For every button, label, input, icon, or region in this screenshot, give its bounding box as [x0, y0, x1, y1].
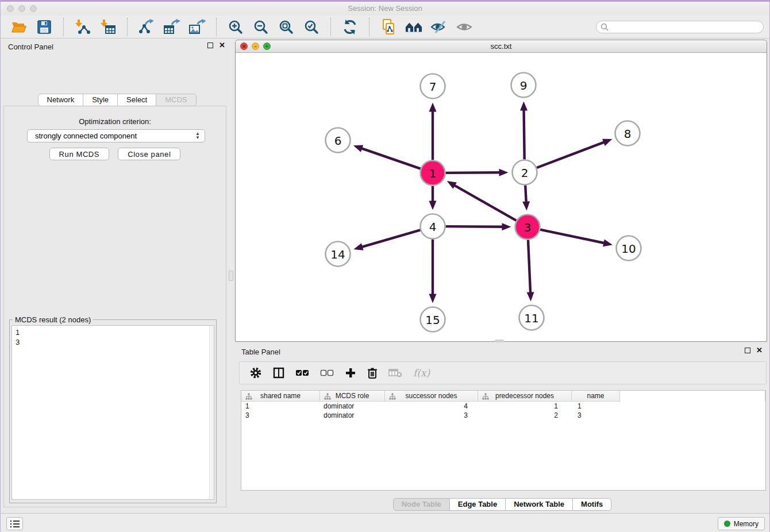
save-session-icon[interactable]: [36, 18, 53, 36]
tab-network[interactable]: Network: [37, 94, 83, 106]
select-stepper-icon: ▲▼: [195, 132, 200, 140]
column-header-predecessor-nodes[interactable]: predecessor nodes: [478, 391, 572, 402]
node-table-body: 1dominator4113dominator323: [241, 402, 765, 420]
table-cell[interactable]: 3: [241, 411, 320, 420]
search-field-wrap: [596, 21, 764, 33]
graph-edge-arrowhead: [602, 139, 612, 146]
task-history-button[interactable]: [6, 517, 23, 530]
graph-edge-2-8[interactable]: [537, 142, 605, 168]
column-header-shared-name[interactable]: shared name: [241, 391, 320, 402]
export-network-icon[interactable]: [138, 18, 155, 36]
float-table-panel-icon[interactable]: [745, 348, 750, 353]
tab-mcds[interactable]: MCDS: [156, 94, 196, 106]
column-header-name[interactable]: name: [572, 391, 620, 402]
mcds-result-scrollbar[interactable]: [209, 326, 214, 499]
add-row-icon[interactable]: [345, 367, 356, 379]
import-table-icon[interactable]: [99, 18, 117, 36]
zoom-out-icon[interactable]: [252, 18, 270, 36]
network-canvas[interactable]: 7968124314101511: [236, 53, 766, 341]
graph-edge-3-1[interactable]: [454, 185, 517, 221]
delete-table-icon[interactable]: [388, 368, 402, 377]
table-cell[interactable]: 1: [478, 402, 572, 411]
graph-edge-4-14[interactable]: [361, 230, 421, 247]
show-all-icon[interactable]: [456, 18, 473, 36]
network-view-window: ✕ − + scc.txt 7968124314101511: [235, 40, 767, 342]
toolbar-separator: [63, 18, 64, 36]
control-panel-tabs: NetworkStyleSelectMCDS: [37, 94, 196, 106]
graph-node-label-3: 3: [524, 221, 532, 234]
float-panel-icon[interactable]: [207, 43, 213, 48]
table-options-icon[interactable]: [249, 367, 262, 379]
toolbar-separator: [330, 18, 331, 36]
tab-style[interactable]: Style: [83, 94, 118, 106]
zoom-fit-icon[interactable]: [278, 18, 295, 36]
table-row[interactable]: 1dominator411: [241, 402, 765, 411]
tab-select[interactable]: Select: [117, 94, 156, 106]
mcds-panel: Optimization criterion: strongly connect…: [3, 106, 226, 507]
table-row[interactable]: 3dominator323: [241, 411, 765, 420]
first-neighbors-icon[interactable]: [405, 18, 422, 36]
graph-node-label-15: 15: [425, 313, 440, 327]
tab-motifs[interactable]: Motifs: [572, 498, 611, 511]
graph-node-label-2: 2: [521, 166, 529, 180]
table-cell[interactable]: 4: [385, 402, 478, 411]
control-panel: Control Panel ✕ NetworkStyleSelectMCDS O…: [1, 38, 233, 513]
table-cell[interactable]: 2: [478, 411, 572, 420]
criterion-select[interactable]: strongly connected component ▲▼: [27, 129, 205, 142]
graph-edge-3-10[interactable]: [540, 230, 605, 244]
table-cell[interactable]: 1: [241, 402, 320, 411]
import-network-icon[interactable]: [74, 18, 91, 36]
graph-edge-3-11[interactable]: [528, 240, 530, 293]
delete-row-icon[interactable]: [367, 367, 378, 379]
table-cell[interactable]: dominator: [320, 402, 385, 411]
list-icon: [10, 519, 20, 529]
graph-edge-arrowhead: [522, 201, 530, 210]
refresh-icon[interactable]: [341, 18, 359, 36]
mcds-result-box[interactable]: 13: [11, 325, 214, 500]
network-graph: 7968124314101511: [236, 53, 767, 342]
table-cell[interactable]: 3: [385, 411, 478, 420]
clone-network-icon[interactable]: [380, 18, 397, 36]
graph-edge-2-3[interactable]: [525, 185, 526, 202]
close-panel-button[interactable]: Close panel: [118, 148, 180, 160]
table-cell[interactable]: 3: [572, 411, 620, 420]
zoom-in-icon[interactable]: [227, 18, 244, 36]
search-input[interactable]: [596, 21, 764, 33]
column-header-mcds-role[interactable]: MCDS role: [320, 391, 385, 402]
memory-button[interactable]: Memory: [718, 517, 765, 530]
control-panel-title: Control Panel: [8, 43, 53, 51]
close-panel-icon[interactable]: ✕: [219, 43, 225, 48]
graph-edge-1-6[interactable]: [361, 148, 421, 169]
graph-edge-arrowhead: [603, 239, 613, 246]
graph-edge-2-9[interactable]: [524, 109, 525, 159]
network-window-titlebar[interactable]: ✕ − + scc.txt: [236, 40, 767, 53]
table-cell[interactable]: dominator: [320, 411, 385, 420]
tab-edge-table[interactable]: Edge Table: [449, 498, 506, 511]
graph-node-label-8: 8: [624, 127, 632, 141]
splitter-grip-bottom[interactable]: [495, 340, 504, 342]
column-header-successor-nodes[interactable]: successor nodes: [385, 391, 478, 402]
close-table-panel-icon[interactable]: ✕: [756, 348, 763, 353]
export-table-icon[interactable]: [163, 18, 180, 36]
tab-node-table[interactable]: Node Table: [393, 498, 450, 511]
run-mcds-button[interactable]: Run MCDS: [49, 148, 110, 160]
graph-edge-1-2[interactable]: [445, 172, 500, 173]
export-image-icon[interactable]: [188, 18, 206, 36]
open-folder-icon[interactable]: [10, 18, 28, 36]
deselect-all-icon[interactable]: [320, 369, 334, 377]
graph-edge-arrowhead: [429, 201, 437, 210]
table-panel-header: Table Panel ✕: [234, 344, 770, 360]
optimization-criterion-label: Optimization criterion:: [4, 117, 226, 126]
tab-network-table[interactable]: Network Table: [505, 498, 573, 511]
table-cell-filler: [620, 411, 765, 420]
show-column-icon[interactable]: [273, 367, 284, 379]
table-cell[interactable]: 1: [572, 402, 620, 411]
node-table: shared nameMCDS rolesuccessor nodesprede…: [241, 390, 766, 491]
select-all-icon[interactable]: [295, 369, 309, 377]
hide-selected-icon[interactable]: [430, 18, 448, 36]
mcds-result-line: 1: [16, 327, 210, 337]
graph-edge-4-3[interactable]: [445, 226, 503, 227]
zoom-selected-icon[interactable]: [303, 18, 320, 36]
splitter-grip-left[interactable]: [229, 271, 233, 281]
graph-node-label-14: 14: [330, 248, 345, 261]
